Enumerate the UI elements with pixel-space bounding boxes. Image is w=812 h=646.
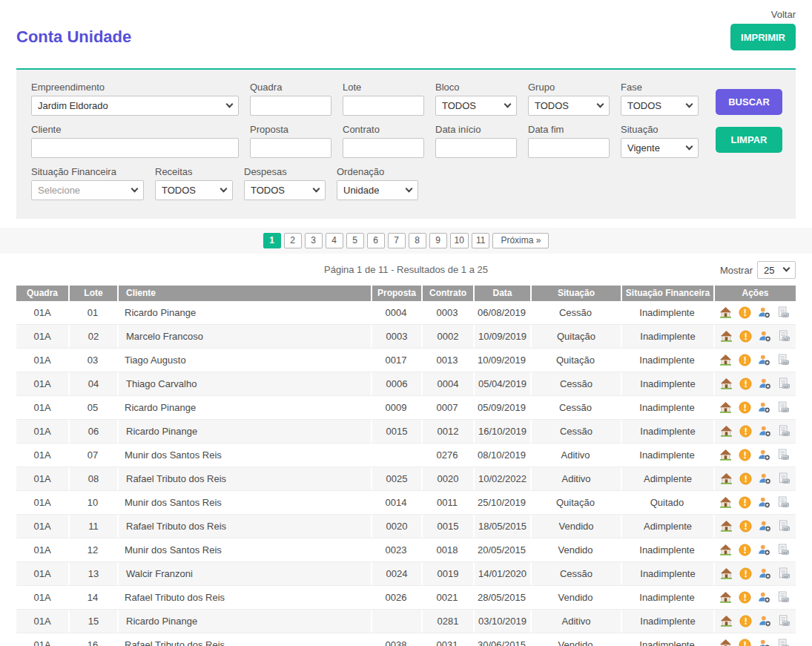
data-cell: 10/09/2019 bbox=[473, 349, 530, 372]
print-button[interactable]: IMPRIMIR bbox=[730, 24, 796, 50]
report-print-icon[interactable] bbox=[778, 472, 790, 485]
bloco-select[interactable]: TODOS bbox=[435, 96, 517, 116]
page-button-9[interactable]: 9 bbox=[429, 233, 447, 248]
situacao-financeira-select[interactable]: Selecione bbox=[31, 180, 144, 200]
report-print-icon[interactable] bbox=[778, 378, 790, 390]
house-icon[interactable] bbox=[719, 306, 732, 319]
warning-icon[interactable] bbox=[739, 496, 751, 509]
add-person-icon[interactable] bbox=[759, 472, 771, 485]
add-person-icon[interactable] bbox=[759, 567, 771, 580]
warning-icon[interactable] bbox=[739, 615, 752, 627]
buscar-button[interactable]: BUSCAR bbox=[716, 89, 782, 115]
add-person-icon[interactable] bbox=[759, 330, 771, 343]
warning-icon[interactable] bbox=[739, 472, 752, 485]
add-person-icon[interactable] bbox=[758, 544, 770, 556]
house-icon[interactable] bbox=[720, 378, 733, 390]
page-button-7[interactable]: 7 bbox=[388, 233, 406, 248]
house-icon[interactable] bbox=[719, 449, 732, 461]
house-icon[interactable] bbox=[720, 425, 733, 438]
report-print-icon[interactable] bbox=[777, 544, 790, 556]
house-icon[interactable] bbox=[719, 401, 732, 414]
situacao_financeira-cell: Inadimplente bbox=[621, 301, 713, 324]
warning-icon[interactable] bbox=[739, 306, 751, 319]
fase-select[interactable]: TODOS bbox=[621, 96, 699, 116]
house-icon[interactable] bbox=[719, 354, 732, 366]
situacao-cell: Vendido bbox=[530, 586, 621, 609]
report-print-icon[interactable] bbox=[777, 639, 790, 646]
report-print-icon[interactable] bbox=[777, 496, 790, 509]
add-person-icon[interactable] bbox=[758, 591, 770, 604]
proposta-input[interactable] bbox=[250, 138, 331, 158]
house-icon[interactable] bbox=[719, 496, 732, 509]
house-icon[interactable] bbox=[720, 567, 733, 580]
data-fim-input[interactable] bbox=[528, 138, 610, 158]
warning-icon[interactable] bbox=[739, 520, 752, 533]
page-button-2[interactable]: 2 bbox=[284, 233, 302, 248]
report-print-icon[interactable] bbox=[778, 425, 790, 438]
house-icon[interactable] bbox=[720, 472, 733, 485]
add-person-icon[interactable] bbox=[758, 496, 770, 509]
add-person-icon[interactable] bbox=[758, 639, 770, 646]
report-print-icon[interactable] bbox=[777, 401, 790, 414]
add-person-icon[interactable] bbox=[758, 306, 770, 319]
empreendimento-select[interactable]: Jardim Eldorado bbox=[31, 96, 239, 116]
quadra-cell: 01A bbox=[16, 420, 68, 443]
add-person-icon[interactable] bbox=[758, 401, 770, 414]
warning-icon[interactable] bbox=[739, 330, 752, 343]
warning-icon[interactable] bbox=[739, 544, 751, 556]
situacao-cell: Cessão bbox=[530, 301, 621, 324]
page-button-6[interactable]: 6 bbox=[367, 233, 385, 248]
report-print-icon[interactable] bbox=[778, 567, 790, 580]
warning-icon[interactable] bbox=[739, 591, 751, 604]
page-button-5[interactable]: 5 bbox=[346, 233, 364, 248]
page-button-4[interactable]: 4 bbox=[326, 233, 343, 248]
warning-icon[interactable] bbox=[739, 449, 751, 461]
warning-icon[interactable] bbox=[739, 425, 752, 438]
house-icon[interactable] bbox=[719, 591, 732, 604]
page-size-select[interactable]: 25 bbox=[757, 261, 796, 279]
house-icon[interactable] bbox=[719, 639, 732, 646]
data-cell: 20/05/2015 bbox=[473, 538, 530, 561]
report-print-icon[interactable] bbox=[778, 615, 790, 627]
back-link[interactable]: Voltar bbox=[771, 9, 796, 20]
report-print-icon[interactable] bbox=[777, 591, 790, 604]
report-print-icon[interactable] bbox=[777, 449, 790, 461]
quadra-input[interactable] bbox=[250, 96, 331, 116]
despesas-select[interactable]: TODOS bbox=[244, 180, 326, 200]
receitas-select[interactable]: TODOS bbox=[155, 180, 233, 200]
add-person-icon[interactable] bbox=[759, 520, 771, 533]
house-icon[interactable] bbox=[720, 330, 733, 343]
data-inicio-input[interactable] bbox=[435, 138, 517, 158]
cliente-cell: Rafael Tributo dos Reis bbox=[117, 515, 371, 538]
add-person-icon[interactable] bbox=[759, 378, 771, 390]
page-button-11[interactable]: 11 bbox=[472, 233, 489, 248]
ordenacao-select[interactable]: Unidade bbox=[337, 180, 418, 200]
next-page-button[interactable]: Próxima » bbox=[492, 233, 549, 248]
house-icon[interactable] bbox=[720, 520, 733, 533]
house-icon[interactable] bbox=[719, 544, 732, 556]
situacao-select[interactable]: Vigente bbox=[621, 138, 699, 158]
cliente-input[interactable] bbox=[31, 138, 239, 158]
limpar-button[interactable]: LIMPAR bbox=[716, 127, 782, 153]
add-person-icon[interactable] bbox=[758, 449, 770, 461]
add-person-icon[interactable] bbox=[758, 354, 770, 366]
page-button-3[interactable]: 3 bbox=[305, 233, 323, 248]
lote-input[interactable] bbox=[343, 96, 424, 116]
add-person-icon[interactable] bbox=[759, 425, 771, 438]
report-print-icon[interactable] bbox=[778, 330, 790, 343]
warning-icon[interactable] bbox=[739, 567, 752, 580]
page-button-1[interactable]: 1 bbox=[263, 233, 281, 248]
warning-icon[interactable] bbox=[739, 378, 752, 390]
grupo-select[interactable]: TODOS bbox=[528, 96, 610, 116]
warning-icon[interactable] bbox=[739, 354, 751, 366]
report-print-icon[interactable] bbox=[778, 520, 790, 533]
add-person-icon[interactable] bbox=[759, 615, 771, 627]
report-print-icon[interactable] bbox=[777, 306, 790, 319]
warning-icon[interactable] bbox=[739, 639, 751, 646]
page-button-8[interactable]: 8 bbox=[409, 233, 426, 248]
house-icon[interactable] bbox=[720, 615, 733, 627]
report-print-icon[interactable] bbox=[777, 354, 790, 366]
warning-icon[interactable] bbox=[739, 401, 751, 414]
contrato-input[interactable] bbox=[343, 138, 424, 158]
page-button-10[interactable]: 10 bbox=[450, 233, 469, 248]
